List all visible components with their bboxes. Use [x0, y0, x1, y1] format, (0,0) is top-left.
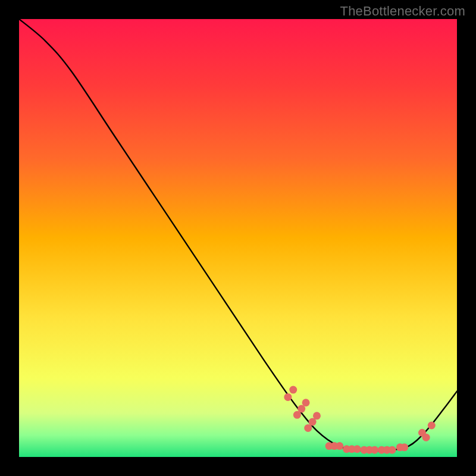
curve-path	[19, 19, 457, 451]
data-dot	[422, 434, 430, 441]
chart-stage: TheBottlenecker.com	[0, 0, 476, 476]
data-dot	[353, 445, 361, 453]
curve-layer	[19, 19, 457, 457]
data-dot	[313, 412, 321, 419]
data-dot	[289, 386, 297, 394]
data-dot	[284, 393, 292, 401]
data-dot	[400, 443, 408, 451]
plot-area	[19, 19, 457, 457]
watermark-label: TheBottlenecker.com	[340, 4, 465, 19]
data-dot	[302, 399, 310, 406]
data-dot	[371, 446, 378, 454]
data-dot	[389, 446, 396, 454]
data-dot	[336, 442, 343, 450]
data-dot	[428, 422, 436, 430]
